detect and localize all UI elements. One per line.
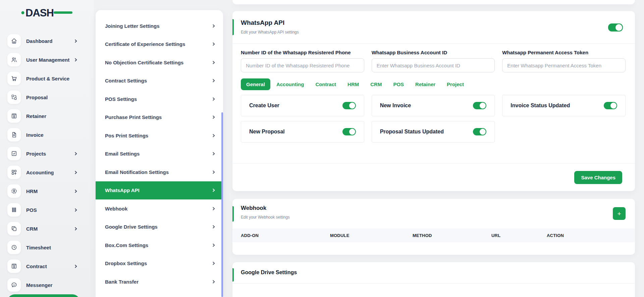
home-icon [7, 34, 21, 48]
chevron-right-icon [74, 189, 77, 193]
settings-item-email-settings[interactable]: Email Settings [96, 145, 223, 163]
whatsapp-card-footer: Save Changes [232, 163, 635, 191]
chevron-right-icon [212, 280, 215, 283]
dash-logo[interactable]: DASH [21, 5, 74, 21]
tab-hrm[interactable]: HRM [342, 78, 364, 90]
document-icon [7, 128, 21, 141]
settings-item-label: Email Settings [105, 151, 212, 157]
settings-menu-panel: Joining Letter Settings Certificate of E… [96, 10, 223, 297]
sidebar-item-product-service[interactable]: Product & Service [0, 69, 94, 88]
webhook-title: Webhook [241, 205, 266, 212]
sidebar-item-invoice[interactable]: Invoice [0, 125, 94, 144]
settings-item-label: Contract Settings [105, 78, 212, 83]
sidebar: DASH Dashboard User Management Product &… [0, 0, 94, 297]
tab-general[interactable]: General [241, 78, 270, 90]
sidebar-item-accounting[interactable]: Accounting [0, 163, 94, 182]
sidebar-item-pos[interactable]: POS [0, 200, 94, 219]
whatsapp-number-id-input[interactable] [241, 58, 364, 72]
settings-item-google-drive-settings[interactable]: Google Drive Settings [96, 218, 223, 236]
column-method: METHOD [413, 233, 491, 238]
settings-menu-scrollbar[interactable] [221, 112, 223, 297]
sidebar-bottom-button-partial[interactable] [7, 294, 80, 297]
sidebar-item-hrm[interactable]: HRM [0, 182, 94, 200]
chevron-right-icon [74, 171, 77, 174]
notification-toggle-grid: Create User New Invoice Invoice Status U… [241, 95, 626, 142]
sidebar-item-dashboard[interactable]: Dashboard [0, 32, 94, 50]
check-square-icon [7, 147, 21, 160]
settings-item-webhook[interactable]: Webhook [96, 199, 223, 218]
toggle-label: New Proposal [249, 129, 285, 135]
field-business-account-id: Whatsapp Business Account ID [372, 50, 495, 72]
new-invoice-toggle[interactable] [473, 102, 486, 109]
sidebar-item-label: HRM [26, 188, 74, 194]
chevron-right-icon [212, 43, 215, 46]
chevron-right-icon [212, 152, 215, 156]
settings-item-joining-letter-settings[interactable]: Joining Letter Settings [96, 17, 223, 35]
settings-item-pos-settings[interactable]: POS Settings [96, 90, 223, 108]
logo-bar [54, 11, 72, 14]
tab-project[interactable]: Project [441, 78, 469, 90]
sidebar-item-user-management[interactable]: User Management [0, 50, 94, 69]
settings-item-certificate-of-experience-settings[interactable]: Certificate of Experience Settings [96, 35, 223, 54]
chevron-right-icon [74, 58, 77, 61]
floppy-icon [7, 259, 21, 273]
webhook-table-header: ADD-ON MODULE METHOD URL ACTION [232, 229, 635, 242]
field-label: Number ID of the Whatsapp Resistered Pho… [241, 50, 364, 55]
save-changes-button[interactable]: Save Changes [574, 171, 622, 184]
whatsapp-module-tabs: General Accounting Contract HRM CRM POS … [241, 78, 626, 90]
settings-item-bank-transfer[interactable]: Bank Transfer [96, 273, 223, 291]
users-icon [7, 53, 21, 66]
invoice-status-updated-toggle[interactable] [604, 102, 617, 109]
settings-item-pos-print-settings[interactable]: Pos Print Settings [96, 126, 223, 145]
whatsapp-fields-row: Number ID of the Whatsapp Resistered Pho… [241, 50, 626, 72]
sidebar-item-label: Timesheet [26, 245, 94, 250]
tab-contract[interactable]: Contract [310, 78, 341, 90]
whatsapp-api-card: WhatsApp API Edit your WhatsApp API sett… [232, 11, 635, 191]
whatsapp-api-toggle[interactable] [608, 23, 623, 32]
settings-item-box-com-settings[interactable]: Box.Com Settings [96, 236, 223, 254]
settings-item-label: WhatsApp API [105, 187, 212, 193]
webhook-subtitle: Edit your Webhook settings [241, 215, 290, 220]
settings-item-contract-settings[interactable]: Contract Settings [96, 72, 223, 90]
field-number-id: Number ID of the Whatsapp Resistered Pho… [241, 50, 364, 72]
sidebar-item-crm[interactable]: CRM [0, 219, 94, 238]
tab-pos[interactable]: POS [388, 78, 409, 90]
new-proposal-toggle[interactable] [342, 128, 356, 135]
sidebar-item-timesheet[interactable]: Timesheet [0, 238, 94, 257]
person-scan-icon [7, 184, 21, 198]
sidebar-item-label: POS [26, 207, 74, 213]
toggle-label: Invoice Status Updated [511, 103, 570, 109]
settings-item-purchase-print-settings[interactable]: Purchase Print Settings [96, 108, 223, 127]
sidebar-item-contract[interactable]: Contract [0, 257, 94, 276]
settings-item-label: Webhook [105, 206, 212, 212]
chevron-right-icon [212, 134, 215, 137]
cart-icon [7, 72, 21, 85]
proposal-status-updated-toggle[interactable] [473, 128, 486, 135]
settings-item-no-objection-certificate-settings[interactable]: No Objection Certificate Settings [96, 53, 223, 72]
sidebar-item-proposal[interactable]: Proposal [0, 88, 94, 107]
sidebar-item-messenger[interactable]: Messenger [0, 276, 94, 294]
tab-crm[interactable]: CRM [365, 78, 387, 90]
google-drive-settings-card: Google Drive Settings [232, 262, 635, 297]
tab-retainer[interactable]: Retainer [410, 78, 441, 90]
sidebar-item-label: CRM [26, 226, 74, 232]
chevron-right-icon [212, 61, 215, 64]
field-label: Whatsapp Permanent Access Token [502, 50, 626, 55]
sidebar-item-label: Proposal [26, 95, 94, 100]
whatsapp-access-token-input[interactable] [502, 58, 626, 72]
settings-item-email-notification-settings[interactable]: Email Notification Settings [96, 163, 223, 181]
chevron-right-icon [212, 24, 215, 27]
chevron-right-icon [212, 79, 215, 82]
settings-item-dropbox-settings[interactable]: Dropbox Settings [96, 254, 223, 273]
sidebar-item-label: Product & Service [26, 76, 94, 81]
sidebar-item-retainer[interactable]: Retainer [0, 107, 94, 125]
whatsapp-business-account-input[interactable] [372, 58, 495, 72]
settings-item-whatsapp-api[interactable]: WhatsApp API [96, 181, 223, 200]
sidebar-item-label: Contract [26, 263, 74, 269]
tab-accounting[interactable]: Accounting [271, 78, 310, 90]
whatsapp-api-card-header: WhatsApp API Edit your WhatsApp API sett… [232, 11, 635, 44]
create-user-toggle[interactable] [342, 102, 356, 109]
sidebar-item-projects[interactable]: Projects [0, 144, 94, 163]
add-webhook-button[interactable]: + [613, 207, 626, 220]
chevron-right-icon [212, 207, 215, 210]
